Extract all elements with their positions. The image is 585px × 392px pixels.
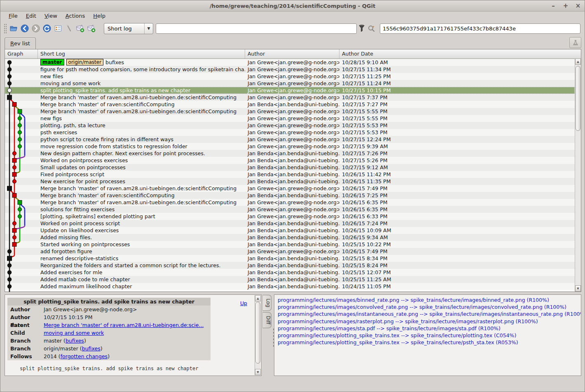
tab-corner-button[interactable] xyxy=(569,37,581,48)
author-cell: Jan Benda<jan.benda@uni-tuebing... xyxy=(245,227,339,234)
detail-value: master (bufixes) xyxy=(44,337,211,345)
filter-tree-button[interactable] xyxy=(357,23,367,33)
ref-link[interactable]: forgotten changes xyxy=(61,353,108,359)
wand-button[interactable] xyxy=(64,23,75,34)
table-body: masterorigin/masterbufixesJan Grewe<jan.… xyxy=(5,59,575,292)
menu-file[interactable]: File xyxy=(5,12,22,20)
table-row[interactable]: figure for psth method comparsion, some … xyxy=(5,66,575,73)
table-row[interactable]: Added matlab code to mle chapterJan Bend… xyxy=(5,276,575,283)
back-button[interactable] xyxy=(19,23,30,34)
file-list-item[interactable]: programming/lectures/images/binned_rate.… xyxy=(278,296,581,303)
table-row[interactable]: add forgotten figureJan Grewe<jan.grewe@… xyxy=(5,248,575,255)
column-header-author-date[interactable]: Author Date xyxy=(339,49,575,58)
file-list-item[interactable]: programming/lectures/plotting_spike_trai… xyxy=(278,332,581,339)
commit-link[interactable]: moving and some work xyxy=(44,330,104,336)
column-header-short-log[interactable]: Short Log xyxy=(38,49,245,58)
author-cell: Jan Benda<jan.benda@uni-tuebing... xyxy=(245,171,339,178)
short-log-cell: move regression code from statistics to … xyxy=(38,143,245,150)
detail-row-follows: Follows2014 (forgotten changes) xyxy=(7,352,211,360)
open-repo-button[interactable] xyxy=(8,23,19,34)
scroll-down-arrow-icon[interactable]: ▼ xyxy=(575,285,581,292)
table-row[interactable]: Merge branch 'master' of raven.am28.uni-… xyxy=(5,108,575,115)
forward-button[interactable] xyxy=(30,23,41,34)
side-tab-diff[interactable]: Diff xyxy=(262,312,271,328)
short-log-cell: Fixed pointprocess script xyxy=(38,171,245,178)
table-row[interactable]: New design pattern chapter. Next exercis… xyxy=(5,150,575,157)
table-row[interactable]: solutions for fitting exercisesJan Grewe… xyxy=(5,206,575,213)
sha-input[interactable] xyxy=(380,23,580,34)
table-row[interactable]: Worked on pointprocess exercisesJan Bend… xyxy=(5,157,575,164)
close-button[interactable]: × xyxy=(575,2,581,9)
table-row[interactable]: Reorganized the folders and started a co… xyxy=(5,262,575,269)
table-row[interactable]: Merge branch 'master' of raven.am28.uni-… xyxy=(5,185,575,192)
rev-list-scrollbar[interactable]: ▲ ▼ xyxy=(575,58,581,292)
table-row[interactable]: Added maximum likelihood chapterJan Bend… xyxy=(5,283,575,290)
menu-help[interactable]: Help xyxy=(89,12,110,20)
rev-list-scrollbar-thumb[interactable] xyxy=(576,66,580,131)
table-row[interactable]: Added exercises for mleJan Benda<jan.ben… xyxy=(5,269,575,276)
table-row[interactable]: Fixed pointprocess scriptJan Benda<jan.b… xyxy=(5,171,575,178)
apply-patch-button[interactable] xyxy=(86,23,97,34)
table-row[interactable]: Update on likelihood exercisesJan Benda<… xyxy=(5,227,575,234)
save-patch-button[interactable] xyxy=(75,23,86,34)
minimize-button[interactable]: – xyxy=(550,2,557,9)
table-row[interactable]: masterorigin/masterbufixesJan Grewe<jan.… xyxy=(5,59,575,66)
table-row[interactable]: Merge branch 'master' of raven.am28.uni-… xyxy=(5,94,575,101)
table-row[interactable]: moving and some workJan Grewe<jan.grewe@… xyxy=(5,80,575,87)
table-row[interactable]: split plotting_spike trains. add spike t… xyxy=(5,87,575,94)
menu-actions[interactable]: Actions xyxy=(61,12,89,20)
file-list-item[interactable]: programming/lectures/images/rasterplot.p… xyxy=(278,318,581,325)
short-log-cell: Added matlab code to mle chapter xyxy=(38,276,245,283)
up-link[interactable]: Up xyxy=(240,300,247,306)
ref-link[interactable]: bufixes xyxy=(66,338,84,344)
scroll-up-arrow-icon[interactable]: ▲ xyxy=(255,295,261,301)
author-date-cell: 10/27/15 5:53 PM xyxy=(339,122,575,129)
table-row[interactable]: renamed descriptive-statisticsJan Benda<… xyxy=(5,255,575,262)
tab-rev-list[interactable]: Rev list xyxy=(5,37,36,49)
table-row[interactable]: Started working on pointprocessesJan Ben… xyxy=(5,241,575,248)
menu-view[interactable]: View xyxy=(40,12,61,20)
log-view-mode-select[interactable]: Short log ▼ xyxy=(104,23,153,34)
menu-edit[interactable]: Edit xyxy=(22,12,40,20)
detail-value: Merge branch 'master' of raven.am28.uni-… xyxy=(44,321,211,329)
commit-link[interactable]: Merge branch 'master' of raven.am28.uni-… xyxy=(44,322,204,328)
table-row[interactable]: plotting, psth, sta lectureJan Grewe<jan… xyxy=(5,122,575,129)
toggle-view-button[interactable] xyxy=(53,23,63,34)
table-row[interactable]: psth exercisesJan Grewe<jan.grewe@g-node… xyxy=(5,129,575,136)
scroll-up-arrow-icon[interactable]: ▲ xyxy=(575,58,581,65)
table-row[interactable]: move regression code from statistics to … xyxy=(5,143,575,150)
search-input[interactable] xyxy=(156,23,357,34)
maximize-button[interactable]: + xyxy=(562,2,569,9)
table-row[interactable]: Merge branch 'master' of raven:scientifi… xyxy=(5,192,575,199)
details-scrollbar[interactable]: ▲ ▼ xyxy=(255,295,261,375)
side-tab-log[interactable]: Log xyxy=(262,295,271,311)
short-log-cell: solutions for fitting exercises xyxy=(38,206,245,213)
reload-button[interactable] xyxy=(42,23,52,34)
table-row[interactable]: Small updates on pointprocessesJan Benda… xyxy=(5,164,575,171)
file-list-item[interactable]: programming/lectures/images/sta.pdf --> … xyxy=(278,325,581,332)
details-scrollbar-thumb[interactable] xyxy=(255,302,260,364)
file-list-item[interactable]: programming/lectures/images/convolved_ra… xyxy=(278,303,581,310)
table-row[interactable]: Merge branch 'master' of raven.am28.uni-… xyxy=(5,199,575,206)
author-date-cell: 10/26/15 7:24 PM xyxy=(339,220,575,227)
column-header-author[interactable]: Author xyxy=(245,49,339,58)
file-list-item[interactable]: programming/lectures/images/instantaneou… xyxy=(278,310,581,317)
toolbar-drag-handle[interactable] xyxy=(4,23,7,34)
scroll-down-arrow-icon[interactable]: ▼ xyxy=(255,369,261,375)
author-date-cell: 10/26/15 10:09 AM xyxy=(339,227,575,234)
ref-link[interactable]: bufixes xyxy=(82,345,101,352)
table-row[interactable]: Added missing files.Jan Benda<jan.benda@… xyxy=(5,234,575,241)
author-cell: Jan Benda<jan.benda@uni-tuebing... xyxy=(245,192,339,199)
table-row[interactable]: [plotting, spiketrains] extended plottin… xyxy=(5,213,575,220)
short-log-cell: Started working on pointprocesses xyxy=(38,241,245,248)
column-header-graph[interactable]: Graph xyxy=(5,49,38,58)
table-row[interactable]: Worked on point process scriptJan Benda<… xyxy=(5,220,575,227)
short-log-cell: Merge branch 'master' of raven.am28.uni-… xyxy=(38,199,245,206)
table-row[interactable]: Merge branch 'master' of raven:scientifi… xyxy=(5,101,575,108)
file-list-item[interactable]: programming/lectures/plotting_spike_trai… xyxy=(278,339,581,346)
highlight-search-button[interactable] xyxy=(367,23,377,33)
table-row[interactable]: New exercise for point processesJan Bend… xyxy=(5,178,575,185)
table-row[interactable]: new figsJan Grewe<jan.grewe@g-node.org>1… xyxy=(5,115,575,122)
table-row[interactable]: new filesJan Grewe<jan.grewe@g-node.org>… xyxy=(5,73,575,80)
table-row[interactable]: python script to create firing rates in … xyxy=(5,136,575,143)
